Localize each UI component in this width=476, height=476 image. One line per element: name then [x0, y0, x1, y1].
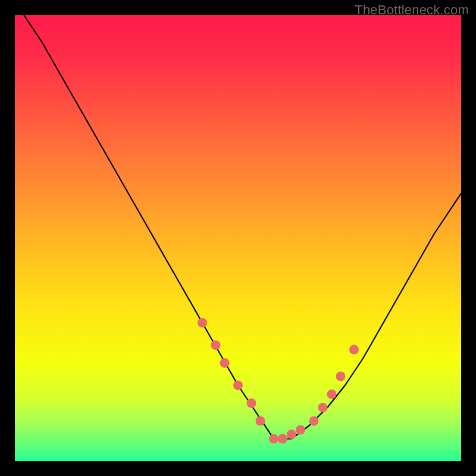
highlight-dot — [296, 425, 305, 435]
highlight-dot — [198, 318, 207, 328]
highlight-dot — [211, 340, 221, 350]
highlight-dot — [327, 390, 337, 399]
highlight-dot — [247, 399, 256, 408]
highlight-dot — [309, 416, 319, 426]
highlight-dot — [256, 416, 265, 426]
highlight-dot — [278, 434, 287, 444]
highlight-dot — [318, 403, 328, 412]
highlight-dot — [287, 430, 296, 439]
highlight-dot — [233, 381, 243, 390]
plot-area — [15, 15, 461, 461]
highlight-dot — [220, 358, 230, 368]
highlight-dot — [269, 434, 278, 444]
chart-svg — [15, 15, 461, 461]
highlight-dot — [349, 345, 359, 355]
highlight-dots-group — [198, 318, 359, 444]
bottleneck-curve — [24, 15, 461, 439]
highlight-dot — [336, 372, 346, 381]
chart-stage: TheBottleneck.com — [0, 0, 476, 476]
watermark-text: TheBottleneck.com — [355, 2, 469, 18]
